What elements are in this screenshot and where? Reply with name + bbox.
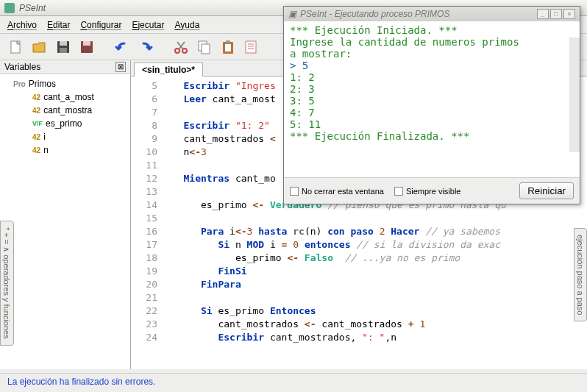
find-icon[interactable] — [243, 38, 260, 56]
save-icon[interactable] — [54, 38, 72, 56]
app-title: PSeInt — [19, 3, 46, 13]
chk-no-cerrar[interactable]: No cerrar esta ventana — [290, 187, 384, 196]
cut-icon[interactable] — [172, 38, 190, 56]
variables-panel: Variables ⊠ ProPrimos 42cant_a_most42can… — [0, 60, 131, 369]
variable-item[interactable]: 42i — [3, 130, 127, 143]
variables-close-icon[interactable]: ⊠ — [115, 62, 126, 72]
side-tab-operators[interactable]: * + = ∧ operadores y funciones — [0, 221, 14, 346]
variables-tree: ProPrimos 42cant_a_most42cant_mostraV/Fe… — [0, 74, 130, 160]
exec-title-text: PSeInt - Ejecutando proceso PRIMOS — [300, 9, 449, 19]
maximize-icon[interactable]: □ — [550, 9, 562, 19]
statusbar: La ejecución ha finalizado sin errores. — [0, 373, 587, 392]
menu-configurar[interactable]: Configurar — [80, 20, 121, 30]
paste-icon[interactable] — [219, 38, 237, 56]
copy-icon[interactable] — [196, 38, 213, 56]
chk-siempre-visible[interactable]: Siempre visible — [394, 187, 461, 196]
close-icon[interactable]: × — [563, 9, 575, 19]
side-tab-stepexec[interactable]: ejecución paso a paso — [574, 228, 587, 321]
new-icon[interactable] — [7, 38, 25, 56]
open-icon[interactable] — [31, 38, 49, 56]
menu-ejecutar[interactable]: Ejecutar — [132, 20, 164, 30]
minimize-icon[interactable]: _ — [537, 9, 549, 19]
variables-header: Variables ⊠ — [0, 60, 130, 74]
svg-rect-2 — [60, 41, 67, 46]
saveas-icon[interactable] — [78, 38, 96, 56]
variable-item[interactable]: 42cant_mostra — [3, 104, 127, 117]
exec-app-icon: ▣ — [288, 9, 296, 19]
svg-rect-3 — [60, 48, 67, 53]
restart-button[interactable]: Reiniciar — [519, 182, 574, 199]
menu-editar[interactable]: Editar — [47, 20, 70, 30]
execution-window[interactable]: ▣ PSeInt - Ejecutando proceso PRIMOS _ □… — [283, 6, 580, 204]
svg-rect-11 — [202, 44, 210, 54]
app-icon — [4, 3, 15, 13]
variables-title: Variables — [4, 62, 40, 72]
svg-rect-15 — [246, 41, 256, 53]
variable-process[interactable]: ProPrimos — [3, 77, 127, 90]
svg-rect-13 — [225, 44, 231, 51]
status-text: La ejecución ha finalizado sin errores. — [7, 377, 155, 387]
exec-output[interactable]: *** Ejecución Iniciada. ***Ingrese la ca… — [284, 21, 580, 177]
menu-archivo[interactable]: Archivo — [7, 20, 37, 30]
scrollbar[interactable] — [569, 38, 580, 152]
menu-ayuda[interactable]: Ayuda — [174, 20, 199, 30]
variable-item[interactable]: V/Fes_primo — [3, 117, 127, 130]
variable-item[interactable]: 42cant_a_most — [3, 90, 127, 104]
undo-icon[interactable] — [113, 38, 131, 56]
variable-item[interactable]: 42n — [3, 143, 127, 157]
exec-footer: No cerrar esta ventana Siempre visible R… — [284, 177, 580, 204]
exec-titlebar[interactable]: ▣ PSeInt - Ejecutando proceso PRIMOS _ □… — [284, 7, 580, 21]
tab-sin-titulo[interactable]: <sin_titulo>* — [134, 63, 203, 76]
redo-icon[interactable] — [137, 38, 154, 56]
svg-rect-14 — [226, 40, 230, 43]
svg-rect-5 — [83, 41, 90, 46]
